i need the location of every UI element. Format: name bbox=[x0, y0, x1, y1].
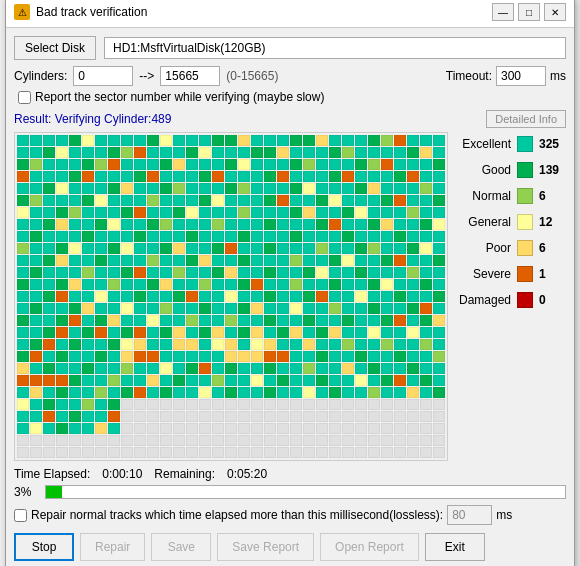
grid-cell[interactable] bbox=[134, 363, 146, 374]
grid-cell[interactable] bbox=[277, 171, 289, 182]
grid-cell[interactable] bbox=[82, 399, 94, 410]
grid-cell[interactable] bbox=[147, 195, 159, 206]
grid-cell[interactable] bbox=[303, 267, 315, 278]
grid-cell[interactable] bbox=[147, 363, 159, 374]
grid-cell[interactable] bbox=[394, 207, 406, 218]
grid-cell[interactable] bbox=[199, 171, 211, 182]
grid-cell[interactable] bbox=[381, 147, 393, 158]
grid-cell[interactable] bbox=[82, 339, 94, 350]
grid-cell[interactable] bbox=[56, 195, 68, 206]
grid-cell[interactable] bbox=[56, 147, 68, 158]
grid-cell[interactable] bbox=[56, 315, 68, 326]
grid-cell[interactable] bbox=[225, 279, 237, 290]
grid-cell[interactable] bbox=[251, 171, 263, 182]
grid-cell[interactable] bbox=[17, 243, 29, 254]
grid-cell[interactable] bbox=[381, 303, 393, 314]
grid-cell[interactable] bbox=[160, 195, 172, 206]
grid-cell[interactable] bbox=[56, 291, 68, 302]
grid-cell[interactable] bbox=[407, 339, 419, 350]
grid-cell[interactable] bbox=[199, 219, 211, 230]
grid-cell[interactable] bbox=[17, 315, 29, 326]
grid-cell[interactable] bbox=[17, 435, 29, 446]
grid-cell[interactable] bbox=[277, 351, 289, 362]
grid-cell[interactable] bbox=[407, 423, 419, 434]
grid-cell[interactable] bbox=[95, 423, 107, 434]
grid-cell[interactable] bbox=[212, 411, 224, 422]
grid-cell[interactable] bbox=[17, 279, 29, 290]
grid-cell[interactable] bbox=[277, 243, 289, 254]
grid-cell[interactable] bbox=[212, 375, 224, 386]
grid-cell[interactable] bbox=[186, 135, 198, 146]
grid-cell[interactable] bbox=[355, 399, 367, 410]
grid-cell[interactable] bbox=[69, 207, 81, 218]
grid-cell[interactable] bbox=[316, 399, 328, 410]
grid-cell[interactable] bbox=[173, 255, 185, 266]
grid-cell[interactable] bbox=[147, 219, 159, 230]
grid-cell[interactable] bbox=[303, 195, 315, 206]
grid-cell[interactable] bbox=[186, 363, 198, 374]
grid-cell[interactable] bbox=[303, 279, 315, 290]
grid-cell[interactable] bbox=[147, 327, 159, 338]
grid-cell[interactable] bbox=[433, 207, 445, 218]
grid-cell[interactable] bbox=[355, 351, 367, 362]
grid-cell[interactable] bbox=[108, 303, 120, 314]
grid-cell[interactable] bbox=[238, 195, 250, 206]
grid-cell[interactable] bbox=[69, 267, 81, 278]
grid-cell[interactable] bbox=[121, 351, 133, 362]
grid-cell[interactable] bbox=[56, 219, 68, 230]
grid-cell[interactable] bbox=[30, 195, 42, 206]
grid-cell[interactable] bbox=[251, 291, 263, 302]
grid-cell[interactable] bbox=[433, 279, 445, 290]
grid-cell[interactable] bbox=[95, 231, 107, 242]
grid-cell[interactable] bbox=[95, 387, 107, 398]
grid-cell[interactable] bbox=[381, 195, 393, 206]
grid-cell[interactable] bbox=[212, 303, 224, 314]
grid-cell[interactable] bbox=[264, 315, 276, 326]
grid-cell[interactable] bbox=[82, 135, 94, 146]
grid-cell[interactable] bbox=[433, 291, 445, 302]
grid-cell[interactable] bbox=[17, 447, 29, 458]
grid-cell[interactable] bbox=[212, 339, 224, 350]
grid-cell[interactable] bbox=[420, 267, 432, 278]
grid-cell[interactable] bbox=[342, 183, 354, 194]
grid-cell[interactable] bbox=[277, 375, 289, 386]
grid-cell[interactable] bbox=[95, 267, 107, 278]
grid-cell[interactable] bbox=[368, 447, 380, 458]
grid-cell[interactable] bbox=[82, 435, 94, 446]
grid-cell[interactable] bbox=[251, 399, 263, 410]
grid-cell[interactable] bbox=[17, 255, 29, 266]
grid-cell[interactable] bbox=[368, 183, 380, 194]
grid-cell[interactable] bbox=[225, 339, 237, 350]
grid-cell[interactable] bbox=[82, 411, 94, 422]
grid-cell[interactable] bbox=[342, 435, 354, 446]
grid-cell[interactable] bbox=[303, 159, 315, 170]
grid-cell[interactable] bbox=[407, 375, 419, 386]
grid-cell[interactable] bbox=[212, 195, 224, 206]
grid-cell[interactable] bbox=[56, 303, 68, 314]
grid-cell[interactable] bbox=[433, 363, 445, 374]
grid-cell[interactable] bbox=[394, 171, 406, 182]
grid-cell[interactable] bbox=[186, 399, 198, 410]
grid-cell[interactable] bbox=[290, 411, 302, 422]
grid-cell[interactable] bbox=[316, 411, 328, 422]
grid-cell[interactable] bbox=[82, 327, 94, 338]
grid-cell[interactable] bbox=[134, 315, 146, 326]
grid-cell[interactable] bbox=[173, 207, 185, 218]
grid-cell[interactable] bbox=[433, 339, 445, 350]
grid-cell[interactable] bbox=[121, 447, 133, 458]
grid-cell[interactable] bbox=[420, 183, 432, 194]
grid-cell[interactable] bbox=[82, 291, 94, 302]
grid-cell[interactable] bbox=[381, 411, 393, 422]
grid-cell[interactable] bbox=[199, 147, 211, 158]
grid-cell[interactable] bbox=[316, 363, 328, 374]
grid-cell[interactable] bbox=[407, 291, 419, 302]
grid-cell[interactable] bbox=[56, 339, 68, 350]
grid-cell[interactable] bbox=[147, 351, 159, 362]
grid-cell[interactable] bbox=[407, 159, 419, 170]
grid-cell[interactable] bbox=[173, 399, 185, 410]
grid-cell[interactable] bbox=[173, 411, 185, 422]
grid-cell[interactable] bbox=[69, 171, 81, 182]
grid-cell[interactable] bbox=[108, 171, 120, 182]
grid-cell[interactable] bbox=[30, 435, 42, 446]
grid-cell[interactable] bbox=[394, 219, 406, 230]
